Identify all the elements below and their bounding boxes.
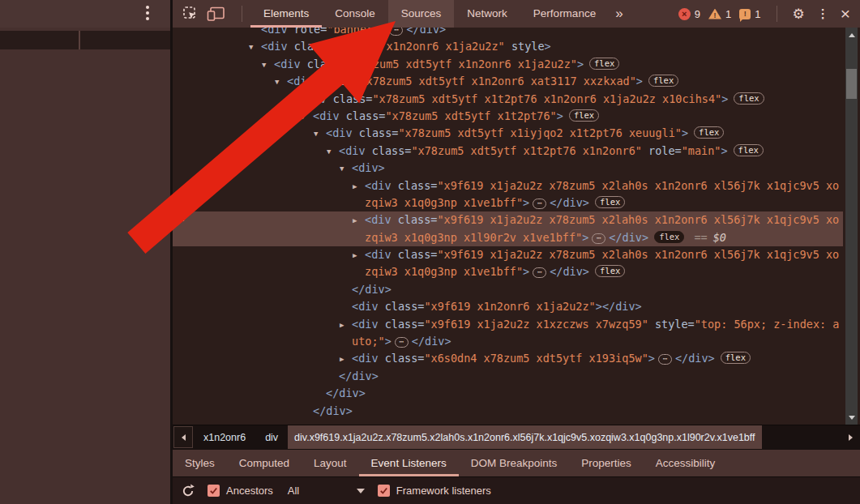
code-tag: </div> bbox=[313, 404, 353, 417]
flex-badge[interactable]: flex bbox=[694, 126, 724, 139]
code-value: zqiw3 x1q0g3np x1ve1bff" bbox=[365, 265, 523, 278]
error-badge-icon[interactable]: × bbox=[678, 8, 691, 20]
expand-ellipsis-button[interactable]: ⋯ bbox=[533, 267, 546, 278]
tree-row[interactable]: ▶<div class="x9f619 x1ja2u2z x1xzczws x7… bbox=[173, 316, 843, 333]
tree-row[interactable]: zqiw3 x1q0g3np x1l90r2v x1ve1bff">⋯</div… bbox=[173, 229, 843, 246]
tree-row[interactable]: </div> bbox=[173, 403, 843, 420]
tree-row[interactable]: ▼<div class="x9f619 x1n2onr6 x1ja2u2z" s… bbox=[173, 38, 843, 55]
settings-gear-icon[interactable]: ⚙ bbox=[785, 6, 811, 23]
tree-row[interactable]: </div> bbox=[173, 368, 843, 385]
breadcrumb-item[interactable]: div.x9f619.x1ja2u2z.x78zum5.x2lah0s.x1n2… bbox=[288, 425, 761, 449]
scroll-up-arrow-icon[interactable] bbox=[845, 29, 858, 41]
tree-row[interactable]: ▼<div class="x78zum5 xdt5ytf x1iyjqo2 x1… bbox=[173, 125, 843, 142]
scroll-down-arrow-icon[interactable] bbox=[845, 412, 858, 423]
expand-ellipsis-button[interactable]: ⋯ bbox=[533, 199, 546, 209]
expand-ellipsis-button[interactable]: ⋯ bbox=[389, 28, 403, 36]
refresh-icon[interactable] bbox=[180, 483, 196, 499]
tree-row[interactable]: ▶<div class="x9f619 x1ja2u2z x78zum5 x2l… bbox=[173, 246, 843, 263]
sidebar-tab-properties[interactable]: Properties bbox=[569, 450, 644, 476]
tree-row[interactable]: </div> bbox=[173, 281, 843, 298]
tree-row[interactable]: ▼<div> bbox=[173, 160, 843, 177]
inspect-element-icon[interactable] bbox=[182, 6, 199, 22]
expand-ellipsis-button[interactable]: ⋯ bbox=[592, 233, 605, 244]
code-tag: </div> bbox=[550, 265, 589, 278]
collapse-arrow-icon[interactable]: ▼ bbox=[275, 74, 287, 91]
tree-row[interactable]: zqiw3 x1q0g3np x1ve1bff">⋯</div>flex bbox=[173, 194, 843, 211]
breadcrumb-scroll-left-button[interactable] bbox=[173, 426, 193, 448]
tab-elements[interactable]: Elements bbox=[250, 0, 322, 28]
tab-console[interactable]: Console bbox=[322, 0, 388, 28]
tree-row[interactable]: ▼<div class="x78zum5 xdt5ytf x1t2pt76 x1… bbox=[173, 91, 843, 108]
tree-row[interactable]: ⋯▶<div class="x9f619 x1ja2u2z x78zum5 x2… bbox=[173, 211, 843, 229]
vertical-scrollbar[interactable] bbox=[845, 28, 858, 425]
tree-row[interactable]: ▼<div class="x78zum5 xdt5ytf x1n2onr6 x1… bbox=[173, 56, 843, 73]
tree-row[interactable]: <div class="x9f619 x1n2onr6 x1ja2u2z"></… bbox=[173, 298, 843, 315]
sidebar-tab-layout[interactable]: Layout bbox=[302, 450, 359, 476]
breadcrumb-item[interactable]: div bbox=[255, 425, 288, 449]
flex-badge[interactable]: flex bbox=[734, 92, 764, 105]
tree-row[interactable]: uto;">⋯</div> bbox=[173, 333, 843, 350]
expand-arrow-icon[interactable]: ▶ bbox=[340, 317, 352, 334]
tree-row[interactable]: ▼<div class="x78zum5 xdt5ytf x1t2pt76 x1… bbox=[173, 143, 843, 160]
tree-row[interactable]: </div> bbox=[173, 385, 843, 402]
collapse-arrow-icon[interactable]: ▼ bbox=[249, 39, 261, 56]
flex-badge[interactable]: flex bbox=[648, 75, 678, 87]
tree-row[interactable]: ▼<div class="x78zum5 xdt5ytf x1t2pt76">f… bbox=[173, 108, 843, 125]
tree-row[interactable]: ▶<div class="x9f619 x1ja2u2z x78zum5 x2l… bbox=[173, 177, 843, 194]
collapse-arrow-icon[interactable]: ▼ bbox=[288, 92, 300, 109]
sidebar-tab-accessibility[interactable]: Accessibility bbox=[644, 450, 728, 476]
tree-row[interactable]: ▼<div class="x78zum5 xdt5ytf x1n2onr6 xa… bbox=[173, 73, 843, 90]
expand-ellipsis-button[interactable]: ⋯ bbox=[395, 337, 409, 348]
expand-arrow-icon[interactable]: ▶ bbox=[353, 212, 365, 229]
expand-arrow-icon[interactable]: ▶ bbox=[340, 351, 352, 368]
collapse-arrow-icon[interactable]: ▼ bbox=[301, 109, 313, 126]
flex-badge[interactable]: flex bbox=[721, 352, 751, 364]
code-tag: </div> bbox=[326, 387, 366, 399]
tree-row[interactable]: zqiw3 x1q0g3np x1ve1bff">⋯</div>flex bbox=[173, 263, 843, 280]
framework-listeners-checkbox[interactable] bbox=[378, 485, 390, 497]
collapse-arrow-icon[interactable]: ▼ bbox=[314, 126, 326, 143]
collapse-arrow-icon[interactable]: ▼ bbox=[340, 160, 352, 177]
row-overflow-dots-icon[interactable]: ⋯ bbox=[178, 211, 185, 229]
code-tag: </div> bbox=[609, 231, 648, 244]
flex-badge[interactable]: flex bbox=[595, 196, 625, 208]
tab-sources[interactable]: Sources bbox=[388, 0, 455, 28]
close-devtools-icon[interactable]: × bbox=[835, 0, 860, 28]
code-value: "x78zum5 xdt5ytf x1n2onr6 xat3117 xxzkxa… bbox=[359, 75, 635, 88]
device-toolbar-icon[interactable] bbox=[207, 6, 225, 22]
tab-network[interactable]: Network bbox=[454, 0, 520, 28]
collapse-arrow-icon[interactable]: ▼ bbox=[327, 143, 339, 160]
sidebar-tab-dom-breakpoints[interactable]: DOM Breakpoints bbox=[459, 450, 570, 476]
code-tag: <div bbox=[287, 75, 314, 88]
expand-arrow-icon[interactable]: ▶ bbox=[353, 247, 365, 264]
devtools-menu-kebab-icon[interactable]: ⋮ bbox=[811, 6, 835, 21]
page-more-options-kebab-icon[interactable] bbox=[146, 6, 149, 20]
tab-performance[interactable]: Performance bbox=[520, 0, 609, 28]
flex-badge[interactable]: flex bbox=[569, 109, 599, 122]
flex-badge[interactable]: flex bbox=[595, 265, 625, 277]
tree-row[interactable]: ▶<div class="x6s0dn4 x78zum5 xdt5ytf x19… bbox=[173, 350, 843, 367]
flex-badge[interactable]: flex bbox=[654, 231, 684, 243]
toolbar-separator bbox=[242, 6, 242, 22]
expand-ellipsis-button[interactable]: ⋯ bbox=[658, 354, 672, 365]
warning-badge-icon[interactable]: ! bbox=[708, 9, 721, 19]
expand-arrow-icon[interactable]: ▶ bbox=[353, 178, 365, 195]
ancestors-checkbox[interactable] bbox=[208, 485, 220, 497]
listeners-filter-select[interactable]: All bbox=[288, 485, 365, 498]
sidebar-tab-event-listeners[interactable]: Event Listeners bbox=[359, 450, 459, 476]
collapse-arrow-icon[interactable]: ▼ bbox=[262, 57, 274, 74]
breadcrumb-scroll-right-button[interactable] bbox=[841, 426, 859, 448]
code-value: "x9f619 x1n2onr6 x1ja2u2z" bbox=[333, 40, 504, 53]
code-tag: ></div> bbox=[596, 300, 642, 313]
flex-badge[interactable]: flex bbox=[734, 144, 764, 156]
sidebar-tab-styles[interactable]: Styles bbox=[173, 450, 227, 476]
code-value: "x9f619 x1ja2u2z x1xzczws x7wzq59" bbox=[424, 318, 648, 331]
sidebar-tab-computed[interactable]: Computed bbox=[227, 450, 302, 476]
more-panels-chevron-icon[interactable]: » bbox=[609, 6, 629, 22]
issues-badge-icon[interactable]: ! bbox=[739, 9, 751, 19]
tree-row[interactable]: <div role="banner">⋯</div> bbox=[173, 28, 843, 38]
breadcrumb-item[interactable]: x1n2onr6 bbox=[194, 425, 255, 449]
flex-badge[interactable]: flex bbox=[589, 58, 619, 70]
code-attribute: class= bbox=[379, 318, 425, 331]
scrollbar-thumb[interactable] bbox=[846, 69, 857, 99]
